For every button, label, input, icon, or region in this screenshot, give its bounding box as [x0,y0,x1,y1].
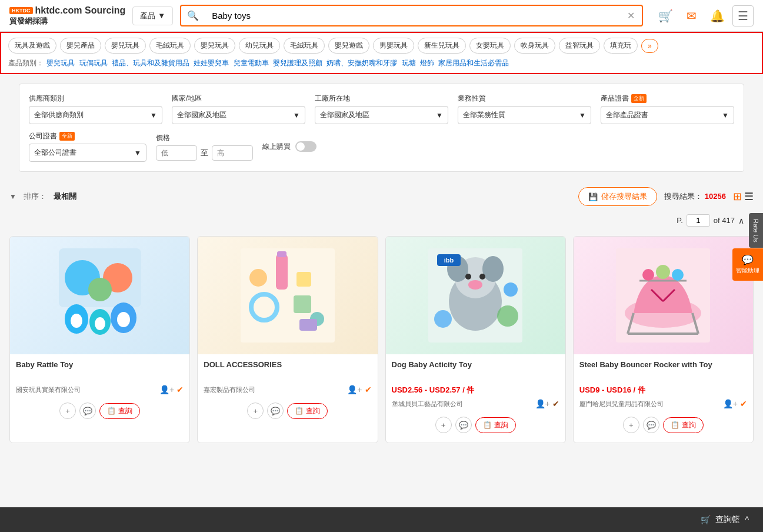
product-title-3: Dog Baby Acticity Toy [392,360,559,381]
factory-label: 工廠所在地 [315,94,448,104]
product-card-3[interactable]: ibb Dog Baby Acticity Toy USD2.56 - USD2… [385,236,566,443]
price-low-input[interactable] [156,145,197,161]
nav-products-button[interactable]: 產品 ▼ [132,6,173,25]
product-supplier-4: 廈門哈尼貝兒童用品有限公司 👤+ ✔ [579,399,747,408]
ai-chat-label: 智能助理 [736,267,759,275]
cat-tab-3[interactable]: 毛絨玩具 [149,38,191,54]
list-view-icon[interactable]: ☰ [744,190,754,203]
supplier-badges-4: 👤+ ✔ [723,399,747,408]
product-type-link-9[interactable]: 家居用品和生活必需品 [438,59,509,67]
search-input[interactable] [205,6,620,25]
page-prev-icon[interactable]: ∧ [738,216,744,225]
cat-tab-2[interactable]: 嬰兒玩具 [105,38,146,54]
product-type-link-4[interactable]: 兒童電動車 [234,59,269,67]
svg-text:ibb: ibb [444,257,454,264]
page-input[interactable] [687,214,710,227]
menu-button[interactable]: ☰ [732,5,754,26]
cat-tab-5[interactable]: 幼兒玩具 [239,38,280,54]
add-supplier-icon-1[interactable]: 👤+ [159,385,174,394]
logo-top: HKTDC hktdc.com Sourcing [9,5,125,16]
nav-dropdown-icon: ▼ [158,11,165,20]
bell-button[interactable]: 🔔 [707,5,728,26]
product-type-link-2[interactable]: 禮品、玩具和及雜貨用品 [112,59,189,67]
inquiry-btn-3[interactable]: 📋 查詢 [475,417,516,433]
supplier-badges-2: 👤+ ✔ [347,385,371,394]
nav-products-label: 產品 [140,11,155,21]
product-price-text-3: USD2.56 - USD2.57 [392,385,461,394]
product-card-4[interactable]: Steel Baby Bouncer Rocker with Toy USD9 … [573,236,754,443]
search-bar: 🔍 ✕ [180,5,643,26]
supplier-type-dropdown-icon: ▼ [150,111,157,119]
cat-tab-13[interactable]: 填充玩 [604,38,638,54]
product-cert-label: 產品證書 全新 [601,94,734,104]
product-cert-select[interactable]: 全部產品證書 ▼ [601,106,734,124]
more-categories-button[interactable]: » [641,39,658,53]
cat-tab-1[interactable]: 嬰兒產品 [60,38,101,54]
chat-btn-2[interactable]: 💬 [267,403,284,419]
add-btn-1[interactable]: + [59,403,76,419]
product-type-link-6[interactable]: 奶嘴、安撫奶嘴和牙膠 [326,59,397,67]
company-cert-select[interactable]: 全部公司證書 ▼ [29,144,146,162]
cat-tab-7[interactable]: 嬰兒遊戲 [328,38,369,54]
rate-us-button[interactable]: Rate Us [749,213,763,248]
add-btn-2[interactable]: + [247,403,264,419]
ai-chat-button[interactable]: 💬 智能助理 [732,248,763,281]
product-type-link-1[interactable]: 玩偶玩具 [79,59,108,67]
factory-select[interactable]: 全部國家及地區 ▼ [315,106,448,124]
search-clear-icon[interactable]: ✕ [620,10,642,21]
inquiry-btn-2[interactable]: 📋 查詢 [287,403,328,419]
product-supplier-2: 嘉宏製品有限公司 👤+ ✔ [204,385,371,394]
svg-point-25 [479,274,485,280]
cat-tab-8[interactable]: 男嬰玩具 [373,38,414,54]
product-type-link-8[interactable]: 燈飾 [420,59,434,67]
add-btn-4[interactable]: + [623,417,639,433]
chat-btn-3[interactable]: 💬 [455,417,472,433]
product-type-link-0[interactable]: 嬰兒玩具 [46,59,75,67]
country-select[interactable]: 全部國家及地區 ▼ [172,106,305,124]
sort-value[interactable]: 最相關 [54,191,76,202]
add-supplier-icon-2[interactable]: 👤+ [347,385,362,394]
view-icons: ⊞ ☰ [733,190,754,203]
inquiry-btn-1[interactable]: 📋 查詢 [99,403,140,419]
product-price-3: USD2.56 - USD2.57 / 件 [392,385,559,395]
supplier-name-1: 國安玩具實業有限公司 [16,385,81,394]
company-cert-group: 公司證書 全新 全部公司證書 ▼ [29,131,146,162]
svg-point-41 [656,265,670,279]
svg-point-24 [465,274,471,280]
cat-tab-12[interactable]: 益智玩具 [559,38,600,54]
price-high-input[interactable] [212,145,253,161]
online-toggle[interactable] [295,141,316,152]
business-select[interactable]: 全部業務性質 ▼ [458,106,591,124]
mail-button[interactable]: ✉ [681,5,702,26]
cat-tab-9[interactable]: 新生兒玩具 [418,38,466,54]
save-search-button[interactable]: 💾 儲存搜尋結果 [578,187,657,206]
chat-btn-4[interactable]: 💬 [643,417,659,433]
supplier-type-select[interactable]: 全部供應商類別 ▼ [29,106,162,124]
product-card-1[interactable]: Baby Rattle Toy 國安玩具實業有限公司 👤+ ✔ + 💬 📋 查詢 [9,236,190,443]
product-image-3: ibb [386,237,565,354]
product-cert-dropdown-icon: ▼ [722,111,729,119]
factory-group: 工廠所在地 全部國家及地區 ▼ [315,94,448,124]
product-title-2: DOLL ACCESSORIES [204,360,371,381]
product-info-2: DOLL ACCESSORIES 嘉宏製品有限公司 👤+ ✔ + 💬 📋 查詢 [198,354,377,428]
page-label: P. [677,216,683,225]
cat-tab-0[interactable]: 玩具及遊戲 [8,38,56,54]
add-supplier-icon-3[interactable]: 👤+ [535,399,550,408]
add-btn-3[interactable]: + [435,417,452,433]
inquiry-btn-4[interactable]: 📋 查詢 [663,417,704,433]
product-type-link-5[interactable]: 嬰兒護理及照顧 [273,59,322,67]
filter-row-1: 供應商類別 全部供應商類別 ▼ 國家/地區 全部國家及地區 ▼ 工廠所在地 全部… [29,94,734,124]
product-type-link-3[interactable]: 娃娃嬰兒車 [194,59,229,67]
product-type-link-7[interactable]: 玩塘 [402,59,416,67]
cat-tab-4[interactable]: 嬰兒玩具 [194,38,235,54]
cart-button[interactable]: 🛒 [655,5,676,26]
chat-btn-1[interactable]: 💬 [79,403,96,419]
cat-tab-6[interactable]: 毛絨玩具 [284,38,325,54]
product-card-2[interactable]: DOLL ACCESSORIES 嘉宏製品有限公司 👤+ ✔ + 💬 📋 查詢 [197,236,378,443]
add-supplier-icon-4[interactable]: 👤+ [723,399,738,408]
product-supplier-1: 國安玩具實業有限公司 👤+ ✔ [16,385,184,394]
cat-tab-11[interactable]: 軟身玩具 [514,38,555,54]
supplier-name-4: 廈門哈尼貝兒童用品有限公司 [579,400,664,408]
cat-tab-10[interactable]: 女嬰玩具 [469,38,511,54]
grid-view-icon[interactable]: ⊞ [733,190,742,203]
